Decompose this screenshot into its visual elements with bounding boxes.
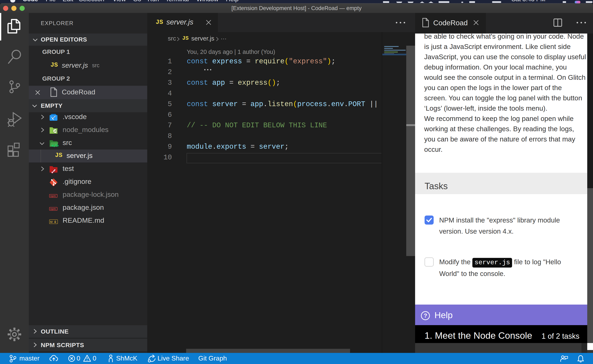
svg-text:JS: JS — [54, 129, 57, 133]
svg-text:npm: npm — [50, 194, 56, 197]
svg-text:M: M — [50, 220, 53, 224]
svg-text:npm: npm — [50, 207, 56, 210]
svg-text:</>: </> — [52, 143, 59, 148]
svg-text:?: ? — [424, 312, 427, 319]
